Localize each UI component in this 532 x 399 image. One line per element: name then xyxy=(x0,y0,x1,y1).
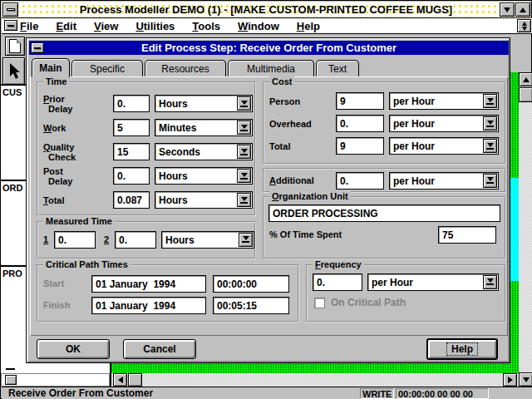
lane-label-processing[interactable]: PRO xyxy=(2,268,26,278)
dialog-system-menu-button[interactable] xyxy=(31,42,44,53)
scroll-down-button[interactable] xyxy=(519,372,532,387)
dropdown-arrow-icon[interactable] xyxy=(483,275,497,289)
child-restore-button[interactable] xyxy=(517,19,531,32)
measured-time-legend: Measured Time xyxy=(43,216,115,226)
dropdown-arrow-icon[interactable] xyxy=(483,116,497,131)
dropdown-arrow-icon[interactable] xyxy=(237,121,251,135)
pct-time-spent-field[interactable]: 75 xyxy=(438,226,496,244)
scroll-up-button[interactable] xyxy=(519,72,532,86)
minimize-button[interactable] xyxy=(500,2,515,17)
measured-2-field[interactable]: 0. xyxy=(115,231,156,249)
maximize-button[interactable] xyxy=(515,2,530,17)
lane-pane-hscrollbar[interactable] xyxy=(1,373,110,387)
additional-field[interactable]: 0. xyxy=(336,172,384,190)
prior-delay-field[interactable]: 0. xyxy=(113,95,150,112)
menu-file[interactable]: File xyxy=(20,20,38,32)
child-system-menu-icon xyxy=(7,25,14,27)
organization-unit-field[interactable]: ORDER PROCESSING xyxy=(268,204,500,222)
post-delay-unit-combo[interactable]: Hours xyxy=(155,167,253,185)
system-menu-button[interactable] xyxy=(2,2,18,17)
minimize-icon xyxy=(504,7,510,12)
measured-2-label: 2 xyxy=(104,234,115,244)
cancel-button[interactable]: Cancel xyxy=(123,339,196,359)
overhead-unit-combo[interactable]: per Hour xyxy=(389,115,499,132)
new-diagram-button[interactable] xyxy=(5,37,25,56)
horizontal-scrollbar[interactable] xyxy=(111,373,519,387)
person-unit-combo[interactable]: per Hour xyxy=(389,92,499,110)
time-total-unit-combo[interactable]: Hours xyxy=(155,191,253,209)
menu-edit[interactable]: Edit xyxy=(56,20,76,32)
measured-unit-combo[interactable]: Hours xyxy=(161,231,254,249)
vertical-scroll-thumb[interactable] xyxy=(519,87,532,102)
lane-label-customer[interactable]: CUS xyxy=(2,87,26,97)
status-clock-cell: 00:00:00 00 00 00 xyxy=(396,388,489,399)
title-bar: Process Modeller DEMO (1) - [MAKE CUSTOM… xyxy=(2,2,530,18)
cost-total-field[interactable]: 9 xyxy=(336,137,384,155)
work-unit-combo[interactable]: Minutes xyxy=(155,119,253,136)
dropdown-arrow-icon[interactable] xyxy=(239,233,253,247)
quality-check-field[interactable]: 15 xyxy=(113,143,150,160)
menu-tools[interactable]: Tools xyxy=(192,20,220,32)
canvas-line-fragment xyxy=(6,368,15,370)
lane-pane-hscroll-thumb[interactable] xyxy=(5,375,17,385)
time-total-field[interactable]: 0.087 xyxy=(113,191,150,209)
dropdown-arrow-icon[interactable] xyxy=(483,174,497,188)
additional-unit-combo[interactable]: per Hour xyxy=(389,172,499,190)
cost-group: Cost Person 9 per Hour Overhead 0. per H… xyxy=(263,81,506,165)
overhead-label: Overhead xyxy=(269,119,336,129)
tab-main[interactable]: Main xyxy=(32,58,70,77)
prior-delay-label: Prior Delay xyxy=(43,94,113,114)
pointer-arrow-icon xyxy=(7,62,21,81)
pointer-tool-button[interactable] xyxy=(2,57,25,85)
cost-total-unit-combo[interactable]: per Hour xyxy=(389,137,499,155)
dropdown-arrow-icon[interactable] xyxy=(483,94,497,108)
vertical-scrollbar[interactable] xyxy=(519,72,532,387)
start-date-field[interactable]: 01 January 1994 xyxy=(91,275,206,293)
frequency-unit-combo[interactable]: per Hour xyxy=(367,273,499,291)
overhead-field[interactable]: 0. xyxy=(336,115,384,132)
scroll-left-button[interactable] xyxy=(113,373,127,387)
start-time-field[interactable]: 00:00:00 xyxy=(213,275,289,293)
quality-check-unit-value: Seconds xyxy=(159,146,200,158)
menu-help[interactable]: Help xyxy=(297,20,320,32)
help-button[interactable]: Help xyxy=(426,338,498,360)
quality-check-unit-combo[interactable]: Seconds xyxy=(155,143,253,160)
horizontal-scroll-thumb[interactable] xyxy=(128,373,142,387)
restore-updown-icon xyxy=(522,22,527,31)
time-total-label: Total xyxy=(43,195,113,205)
scroll-down-icon xyxy=(523,377,530,382)
frequency-field[interactable]: 0. xyxy=(313,273,362,291)
menu-window[interactable]: Window xyxy=(238,20,279,32)
child-system-menu-button[interactable] xyxy=(4,20,17,31)
tab-text[interactable]: Text xyxy=(316,60,359,76)
menu-view[interactable]: View xyxy=(94,20,118,32)
person-unit-value: per Hour xyxy=(393,96,435,107)
critical-path-times-legend: Critical Path Times xyxy=(43,259,131,269)
on-critical-path-checkbox[interactable] xyxy=(314,298,325,308)
frequency-unit-value: per Hour xyxy=(372,277,413,288)
person-field[interactable]: 9 xyxy=(336,92,384,110)
dropdown-arrow-icon[interactable] xyxy=(237,169,251,183)
ok-button[interactable]: OK xyxy=(37,339,110,359)
measured-1-field[interactable]: 0. xyxy=(54,231,96,249)
finish-time-field[interactable]: 00:05:15 xyxy=(213,297,289,314)
work-field[interactable]: 5 xyxy=(113,119,150,136)
organization-unit-group: Organization Unit ORDER PROCESSING % Of … xyxy=(263,196,506,259)
finish-date-field[interactable]: 01 January 1994 xyxy=(91,297,206,314)
person-label: Person xyxy=(269,96,336,106)
dropdown-arrow-icon[interactable] xyxy=(237,96,251,111)
post-delay-field[interactable]: 0. xyxy=(113,167,150,185)
tab-resources[interactable]: Resources xyxy=(145,60,226,76)
menu-utilities[interactable]: Utilities xyxy=(135,20,175,32)
cost-total-unit-value: per Hour xyxy=(393,140,435,152)
scroll-right-button[interactable] xyxy=(503,373,517,387)
canvas-green-strip-bottom xyxy=(111,363,511,373)
prior-delay-unit-combo[interactable]: Hours xyxy=(155,95,253,112)
tab-multimedia[interactable]: Multimedia xyxy=(228,60,314,76)
dropdown-arrow-icon[interactable] xyxy=(483,139,497,153)
lane-label-order[interactable]: ORD xyxy=(2,183,26,193)
dropdown-arrow-icon[interactable] xyxy=(237,193,251,207)
dropdown-arrow-icon[interactable] xyxy=(237,145,251,159)
tab-specific[interactable]: Specific xyxy=(71,60,143,76)
cost-group-legend: Cost xyxy=(269,76,294,86)
